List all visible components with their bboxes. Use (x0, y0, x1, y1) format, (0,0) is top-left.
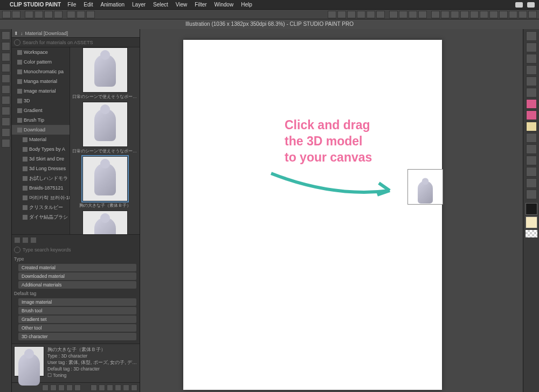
category-item[interactable]: Image material (12, 86, 70, 96)
tool-icon[interactable] (526, 76, 537, 86)
category-item[interactable]: 3d Long Dresses (12, 164, 70, 173)
tool-icon[interactable] (526, 110, 537, 120)
toolbar-btn[interactable] (328, 11, 336, 18)
menu-icon[interactable] (131, 384, 137, 391)
category-item[interactable]: Monochromatic pa (12, 67, 70, 76)
tool-icon[interactable] (526, 122, 537, 131)
pin-icon[interactable]: ⬍ (14, 31, 18, 36)
filter-icon[interactable] (14, 237, 20, 243)
tool-icon[interactable] (2, 42, 10, 51)
app-name[interactable]: CLIP STUDIO PAINT (10, 2, 61, 8)
tool-icon[interactable] (526, 99, 537, 109)
toolbar-btn[interactable] (25, 11, 33, 18)
canvas-area[interactable]: Click and drag the 3D model to your canv… (140, 29, 523, 392)
menu-file[interactable]: File (67, 2, 76, 8)
toolbar-btn[interactable] (509, 11, 517, 18)
action-icon[interactable] (91, 384, 97, 391)
menu-filter[interactable]: Filter (195, 2, 206, 8)
toolbar-btn[interactable] (499, 11, 508, 18)
toolbar-btn[interactable] (470, 11, 479, 18)
menu-select[interactable]: Select (153, 2, 168, 8)
category-item[interactable]: Manga material (12, 76, 70, 86)
toolbar-btn[interactable] (519, 11, 527, 18)
category-item[interactable]: 머리카락 브러쉬-18 (12, 193, 70, 202)
filter-chip[interactable]: Image material (18, 298, 136, 306)
action-icon[interactable] (115, 384, 121, 391)
action-icon[interactable] (99, 384, 105, 391)
view-icon[interactable] (42, 384, 49, 391)
toolbar-btn[interactable] (54, 11, 63, 18)
tool-icon[interactable] (526, 31, 537, 41)
tool-icon[interactable] (2, 107, 10, 115)
filter-chip[interactable]: 3D character (18, 333, 136, 340)
category-item[interactable]: お試しハンドモラ (12, 173, 70, 183)
view-icon[interactable] (50, 384, 57, 391)
search-icon[interactable] (14, 39, 20, 46)
color-swatch-bg[interactable] (526, 216, 537, 228)
category-item[interactable]: Braids-1875121 (12, 183, 70, 193)
category-item[interactable]: Color pattern (12, 57, 70, 67)
menu-edit[interactable]: Edit (84, 2, 93, 8)
toolbar-btn[interactable] (367, 11, 375, 18)
tool-icon[interactable] (2, 117, 10, 126)
toolbar-btn[interactable] (347, 11, 356, 18)
toolbar-btn[interactable] (528, 11, 537, 18)
toolbar-btn[interactable] (389, 11, 398, 18)
menu-view[interactable]: View (176, 2, 188, 8)
category-item[interactable]: クリスタルビー (12, 202, 70, 212)
transparent-swatch[interactable] (526, 230, 537, 237)
tool-icon[interactable] (526, 190, 537, 199)
toolbar-btn[interactable] (77, 11, 85, 18)
tool-icon[interactable] (526, 167, 537, 177)
category-item[interactable]: Material (12, 135, 70, 144)
tool-icon[interactable] (2, 53, 10, 61)
category-item[interactable]: Download (12, 125, 70, 135)
filter-chip[interactable]: Brush tool (18, 307, 136, 314)
category-item[interactable]: Gradient (12, 106, 70, 115)
toolbar-btn[interactable] (451, 11, 459, 18)
material-thumb[interactable]: 日常のシーンで使えそうなポーズ25 (70, 47, 140, 102)
toolbar-btn[interactable] (357, 11, 365, 18)
menu-help[interactable]: Help (241, 2, 252, 8)
tool-icon[interactable] (526, 54, 537, 64)
category-item[interactable]: 3D (12, 96, 70, 106)
toolbar-btn[interactable] (431, 11, 440, 18)
toolbar-btn[interactable] (409, 11, 417, 18)
toolbar-btn[interactable] (44, 11, 53, 18)
tool-icon[interactable] (526, 144, 537, 154)
category-item[interactable]: Workspace (12, 47, 70, 57)
menu-window[interactable]: Window (215, 2, 234, 8)
view-icon[interactable] (66, 384, 73, 391)
tool-icon[interactable] (526, 43, 537, 52)
toolbar-btn[interactable] (376, 11, 385, 18)
filter-icon[interactable] (30, 237, 37, 243)
tool-icon[interactable] (2, 31, 10, 40)
category-item[interactable]: Brush Tip (12, 115, 70, 125)
material-thumb[interactable]: 日常のシーンで使えそうなポーズ26 (70, 102, 140, 156)
assets-search-input[interactable] (23, 40, 137, 45)
filter-chip[interactable]: Gradient set (18, 316, 136, 323)
battery-icon[interactable] (527, 2, 535, 8)
download-icon[interactable]: ↓ (20, 31, 23, 36)
action-icon[interactable] (107, 384, 113, 391)
toolbar-btn[interactable] (460, 11, 469, 18)
search-icon[interactable] (14, 247, 20, 253)
toolbar-btn[interactable] (480, 11, 488, 18)
menu-animation[interactable]: Animation (101, 2, 125, 8)
toolbar-btn[interactable] (441, 11, 450, 18)
menu-layer[interactable]: Layer (132, 2, 146, 8)
filter-icon[interactable] (22, 237, 29, 243)
toolbar-btn[interactable] (337, 11, 346, 18)
tool-icon[interactable] (2, 139, 10, 148)
filter-chip[interactable]: Other tool (18, 324, 136, 332)
filter-chip[interactable]: Additional materials (18, 281, 136, 289)
toolbar-btn[interactable] (418, 11, 427, 18)
material-thumb[interactable]: 胸の大きな子（素体Ｂ子） (70, 156, 140, 211)
tool-icon[interactable] (526, 133, 537, 143)
tool-icon[interactable] (2, 128, 10, 137)
tool-icon[interactable] (526, 65, 537, 75)
toolbar-btn[interactable] (12, 11, 20, 18)
toolbar-btn[interactable] (489, 11, 498, 18)
tool-icon[interactable] (526, 88, 537, 97)
filter-chip[interactable]: Downloaded material (18, 272, 136, 280)
